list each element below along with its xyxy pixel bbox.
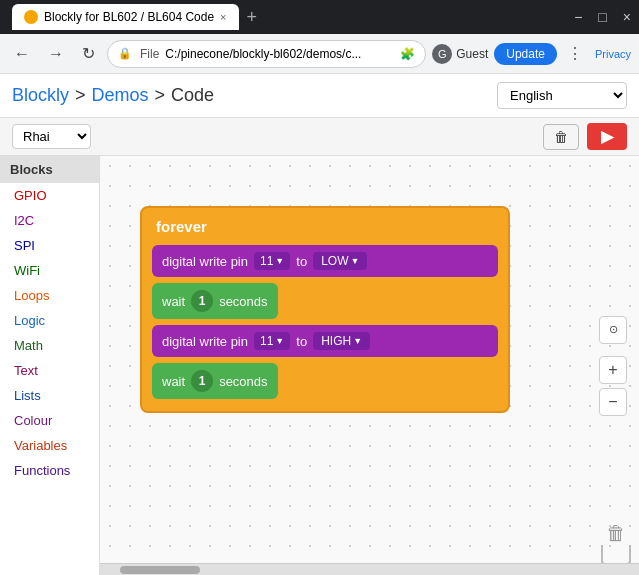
dw2-level-value: HIGH bbox=[321, 334, 351, 348]
forward-button[interactable]: → bbox=[42, 41, 70, 67]
dw1-pin-arrow: ▼ bbox=[275, 256, 284, 266]
tab-favicon bbox=[24, 10, 38, 24]
trash-box bbox=[601, 545, 631, 565]
sidebar-item-text[interactable]: Text bbox=[0, 358, 99, 383]
breadcrumb-sep1: > bbox=[75, 85, 86, 106]
breadcrumb: Blockly > Demos > Code bbox=[12, 85, 214, 106]
dw1-pin[interactable]: 11 ▼ bbox=[254, 252, 290, 270]
dw2-label: digital write pin bbox=[162, 334, 248, 349]
language-select[interactable]: English 中文 Español Français bbox=[497, 82, 627, 109]
url-bar[interactable]: 🔒 File C:/pinecone/blockly-bl602/demos/c… bbox=[107, 40, 426, 68]
zoom-in-button[interactable]: + bbox=[599, 356, 627, 384]
wait2-label: wait bbox=[162, 374, 185, 389]
guest-avatar: G bbox=[432, 44, 452, 64]
dw2-pin-arrow: ▼ bbox=[275, 336, 284, 346]
browser-menu-icon[interactable]: ⋮ bbox=[563, 40, 587, 67]
horizontal-scrollbar[interactable] bbox=[100, 563, 639, 575]
update-button[interactable]: Update bbox=[494, 43, 557, 65]
dw2-pin-value: 11 bbox=[260, 334, 273, 348]
wait1-num-value: 1 bbox=[199, 294, 206, 308]
dw2-level[interactable]: HIGH ▼ bbox=[313, 332, 370, 350]
forever-label: forever bbox=[152, 216, 498, 237]
run-button[interactable]: ▶ bbox=[587, 123, 627, 150]
zoom-reset-icon: ⊙ bbox=[609, 323, 618, 336]
toolbar: Rhai Arduino C 🗑 ▶ bbox=[0, 118, 639, 156]
minimize-icon[interactable]: − bbox=[574, 9, 582, 25]
tab-title: Blockly for BL602 / BL604 Code bbox=[44, 10, 214, 24]
titlebar: Blockly for BL602 / BL604 Code × + − □ × bbox=[0, 0, 639, 34]
breadcrumb-sep2: > bbox=[155, 85, 166, 106]
guest-label: Guest bbox=[456, 47, 488, 61]
wait2-num-value: 1 bbox=[199, 374, 206, 388]
addressbar-right: G Guest Update ⋮ bbox=[432, 40, 587, 67]
wait2-seconds: seconds bbox=[219, 374, 267, 389]
addressbar: ← → ↻ 🔒 File C:/pinecone/blockly-bl602/d… bbox=[0, 34, 639, 74]
wait1-seconds: seconds bbox=[219, 294, 267, 309]
main-layout: Blocks GPIO I2C SPI WiFi Loops Logic Mat… bbox=[0, 156, 639, 575]
browser-tab[interactable]: Blockly for BL602 / BL604 Code × bbox=[12, 4, 239, 30]
sidebar-item-logic[interactable]: Logic bbox=[0, 308, 99, 333]
wait1-label: wait bbox=[162, 294, 185, 309]
block-digital-write-1[interactable]: digital write pin 11 ▼ to LOW ▼ bbox=[152, 245, 498, 277]
url-text: C:/pinecone/blockly-bl602/demos/c... bbox=[165, 47, 394, 61]
delete-button[interactable]: 🗑 bbox=[543, 124, 579, 150]
lock-icon: 🔒 bbox=[118, 47, 132, 60]
profile-select[interactable]: Rhai Arduino C bbox=[12, 124, 91, 149]
block-forever[interactable]: forever digital write pin 11 ▼ to LOW ▼ bbox=[140, 206, 510, 413]
sidebar-item-gpio[interactable]: GPIO bbox=[0, 183, 99, 208]
close-window-icon[interactable]: × bbox=[623, 9, 631, 25]
sidebar-item-colour[interactable]: Colour bbox=[0, 408, 99, 433]
sidebar-item-spi[interactable]: SPI bbox=[0, 233, 99, 258]
sidebar-item-loops[interactable]: Loops bbox=[0, 283, 99, 308]
breadcrumb-blockly[interactable]: Blockly bbox=[12, 85, 69, 106]
breadcrumb-code: Code bbox=[171, 85, 214, 106]
privacy-link[interactable]: Privacy bbox=[595, 48, 631, 60]
maximize-icon[interactable]: □ bbox=[598, 9, 606, 25]
sidebar-item-functions[interactable]: Functions bbox=[0, 458, 99, 483]
block-wait-2[interactable]: wait 1 seconds bbox=[152, 363, 278, 399]
zoom-out-button[interactable]: − bbox=[599, 388, 627, 416]
dw2-to: to bbox=[296, 334, 307, 349]
sidebar: Blocks GPIO I2C SPI WiFi Loops Logic Mat… bbox=[0, 156, 100, 575]
extensions-icon[interactable]: 🧩 bbox=[400, 47, 415, 61]
sidebar-item-lists[interactable]: Lists bbox=[0, 383, 99, 408]
file-label: File bbox=[140, 47, 159, 61]
canvas-area[interactable]: forever digital write pin 11 ▼ to LOW ▼ bbox=[100, 156, 639, 575]
block-inner: digital write pin 11 ▼ to LOW ▼ wait bbox=[152, 245, 498, 399]
dw2-pin[interactable]: 11 ▼ bbox=[254, 332, 290, 350]
block-digital-write-2[interactable]: digital write pin 11 ▼ to HIGH ▼ bbox=[152, 325, 498, 357]
sidebar-item-wifi[interactable]: WiFi bbox=[0, 258, 99, 283]
dw2-level-arrow: ▼ bbox=[353, 336, 362, 346]
dw1-label: digital write pin bbox=[162, 254, 248, 269]
reload-button[interactable]: ↻ bbox=[76, 40, 101, 67]
dw1-level-value: LOW bbox=[321, 254, 348, 268]
window-controls: − □ × bbox=[574, 9, 631, 25]
blocks-header[interactable]: Blocks bbox=[0, 156, 99, 183]
zoom-reset-button[interactable]: ⊙ bbox=[599, 316, 627, 344]
scrollbar-thumb[interactable] bbox=[120, 566, 200, 574]
trash-area[interactable]: 🗑 bbox=[601, 522, 631, 565]
app-header: Blockly > Demos > Code English 中文 Españo… bbox=[0, 74, 639, 118]
wait1-num[interactable]: 1 bbox=[191, 290, 213, 312]
dw1-pin-value: 11 bbox=[260, 254, 273, 268]
tab-close-icon[interactable]: × bbox=[220, 11, 226, 23]
back-button[interactable]: ← bbox=[8, 41, 36, 67]
zoom-controls: ⊙ + − bbox=[599, 316, 627, 416]
sidebar-item-math[interactable]: Math bbox=[0, 333, 99, 358]
dw1-to: to bbox=[296, 254, 307, 269]
dw1-level[interactable]: LOW ▼ bbox=[313, 252, 367, 270]
wait2-num[interactable]: 1 bbox=[191, 370, 213, 392]
sidebar-item-i2c[interactable]: I2C bbox=[0, 208, 99, 233]
new-tab-button[interactable]: + bbox=[247, 7, 258, 28]
breadcrumb-demos[interactable]: Demos bbox=[92, 85, 149, 106]
block-wait-1[interactable]: wait 1 seconds bbox=[152, 283, 278, 319]
sidebar-item-variables[interactable]: Variables bbox=[0, 433, 99, 458]
trash-icon: 🗑 bbox=[606, 522, 626, 545]
guest-area: G Guest bbox=[432, 44, 488, 64]
dw1-level-arrow: ▼ bbox=[350, 256, 359, 266]
